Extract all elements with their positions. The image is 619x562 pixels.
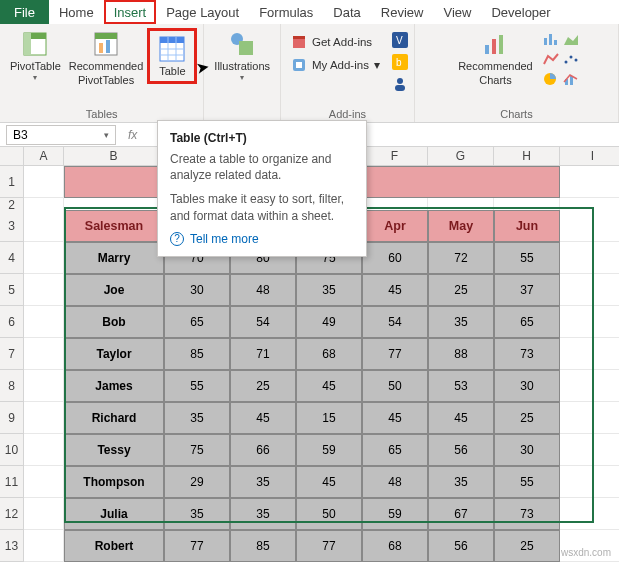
value-cell[interactable]: 85 bbox=[164, 338, 230, 370]
value-cell[interactable]: 35 bbox=[164, 498, 230, 530]
get-addins-button[interactable]: Get Add-ins bbox=[287, 32, 384, 52]
value-cell[interactable]: 25 bbox=[494, 530, 560, 562]
value-cell[interactable]: 59 bbox=[362, 498, 428, 530]
bar-chart-icon[interactable] bbox=[543, 32, 559, 49]
salesman-cell[interactable]: Marry bbox=[64, 242, 164, 274]
tell-me-more-link[interactable]: ? Tell me more bbox=[170, 232, 354, 246]
row-header[interactable]: 1 bbox=[0, 166, 24, 198]
line-chart-icon[interactable] bbox=[543, 52, 559, 69]
tab-view[interactable]: View bbox=[433, 0, 481, 24]
my-addins-button[interactable]: My Add-ins ▾ bbox=[287, 55, 384, 75]
value-cell[interactable]: 88 bbox=[428, 338, 494, 370]
row-header[interactable]: 12 bbox=[0, 498, 24, 530]
value-cell[interactable]: 68 bbox=[296, 338, 362, 370]
tab-formulas[interactable]: Formulas bbox=[249, 0, 323, 24]
illustrations-button[interactable]: Illustrations ▾ bbox=[210, 28, 274, 85]
value-cell[interactable]: 56 bbox=[428, 530, 494, 562]
value-cell[interactable]: 72 bbox=[428, 242, 494, 274]
value-cell[interactable]: 25 bbox=[494, 402, 560, 434]
row-header[interactable]: 3 bbox=[0, 210, 24, 242]
table-header-cell[interactable]: Jun bbox=[494, 210, 560, 242]
row-header[interactable]: 7 bbox=[0, 338, 24, 370]
value-cell[interactable]: 35 bbox=[230, 466, 296, 498]
tab-review[interactable]: Review bbox=[371, 0, 434, 24]
value-cell[interactable]: 54 bbox=[230, 306, 296, 338]
name-box[interactable]: B3 ▾ bbox=[6, 125, 116, 145]
value-cell[interactable]: 59 bbox=[296, 434, 362, 466]
empty-cell[interactable] bbox=[24, 274, 64, 306]
recommended-charts-button[interactable]: Recommended Charts bbox=[454, 28, 537, 88]
col-header[interactable]: B bbox=[64, 147, 164, 166]
value-cell[interactable]: 71 bbox=[230, 338, 296, 370]
empty-cell[interactable] bbox=[24, 498, 64, 530]
value-cell[interactable]: 35 bbox=[428, 466, 494, 498]
row-header[interactable]: 4 bbox=[0, 242, 24, 274]
table-header-cell[interactable]: Apr bbox=[362, 210, 428, 242]
value-cell[interactable]: 66 bbox=[230, 434, 296, 466]
bing-icon[interactable]: b bbox=[392, 54, 408, 73]
row-header[interactable]: 13 bbox=[0, 530, 24, 562]
value-cell[interactable]: 55 bbox=[494, 242, 560, 274]
value-cell[interactable]: 30 bbox=[164, 274, 230, 306]
people-icon[interactable] bbox=[392, 76, 408, 95]
empty-cell[interactable] bbox=[24, 210, 64, 242]
value-cell[interactable]: 65 bbox=[362, 434, 428, 466]
value-cell[interactable]: 68 bbox=[362, 530, 428, 562]
value-cell[interactable]: 55 bbox=[494, 466, 560, 498]
empty-cell[interactable] bbox=[24, 242, 64, 274]
value-cell[interactable]: 30 bbox=[494, 370, 560, 402]
salesman-cell[interactable]: Robert bbox=[64, 530, 164, 562]
select-all-triangle[interactable] bbox=[0, 147, 24, 166]
value-cell[interactable]: 65 bbox=[164, 306, 230, 338]
tab-developer[interactable]: Developer bbox=[481, 0, 560, 24]
tab-home[interactable]: Home bbox=[49, 0, 104, 24]
value-cell[interactable]: 45 bbox=[296, 370, 362, 402]
salesman-cell[interactable]: Julia bbox=[64, 498, 164, 530]
empty-cell[interactable] bbox=[560, 402, 619, 434]
value-cell[interactable]: 75 bbox=[164, 434, 230, 466]
value-cell[interactable]: 50 bbox=[296, 498, 362, 530]
value-cell[interactable]: 67 bbox=[428, 498, 494, 530]
fx-icon[interactable]: fx bbox=[122, 128, 143, 142]
col-header[interactable]: I bbox=[560, 147, 619, 166]
row-header[interactable]: 9 bbox=[0, 402, 24, 434]
pie-chart-icon[interactable] bbox=[543, 72, 559, 89]
value-cell[interactable]: 30 bbox=[494, 434, 560, 466]
value-cell[interactable]: 45 bbox=[230, 402, 296, 434]
value-cell[interactable]: 37 bbox=[494, 274, 560, 306]
value-cell[interactable]: 45 bbox=[296, 466, 362, 498]
salesman-cell[interactable]: Taylor bbox=[64, 338, 164, 370]
tab-data[interactable]: Data bbox=[323, 0, 370, 24]
value-cell[interactable]: 25 bbox=[428, 274, 494, 306]
col-header[interactable]: H bbox=[494, 147, 560, 166]
empty-cell[interactable] bbox=[560, 306, 619, 338]
value-cell[interactable]: 77 bbox=[296, 530, 362, 562]
value-cell[interactable]: 53 bbox=[428, 370, 494, 402]
value-cell[interactable]: 77 bbox=[164, 530, 230, 562]
empty-cell[interactable] bbox=[560, 166, 619, 198]
salesman-cell[interactable]: Tessy bbox=[64, 434, 164, 466]
value-cell[interactable]: 35 bbox=[230, 498, 296, 530]
value-cell[interactable]: 15 bbox=[296, 402, 362, 434]
value-cell[interactable]: 25 bbox=[230, 370, 296, 402]
row-header[interactable]: 8 bbox=[0, 370, 24, 402]
table-button[interactable]: Table bbox=[152, 33, 192, 79]
salesman-cell[interactable]: Richard bbox=[64, 402, 164, 434]
value-cell[interactable]: 45 bbox=[362, 274, 428, 306]
empty-cell[interactable] bbox=[560, 274, 619, 306]
empty-cell[interactable] bbox=[560, 210, 619, 242]
tab-page-layout[interactable]: Page Layout bbox=[156, 0, 249, 24]
tab-file[interactable]: File bbox=[0, 0, 49, 24]
empty-cell[interactable] bbox=[560, 338, 619, 370]
empty-cell[interactable] bbox=[24, 166, 64, 198]
combo-chart-icon[interactable] bbox=[563, 72, 579, 89]
empty-cell[interactable] bbox=[560, 466, 619, 498]
value-cell[interactable]: 35 bbox=[164, 402, 230, 434]
empty-cell[interactable] bbox=[560, 434, 619, 466]
row-header[interactable]: 10 bbox=[0, 434, 24, 466]
value-cell[interactable]: 48 bbox=[362, 466, 428, 498]
tab-insert[interactable]: Insert bbox=[104, 0, 157, 24]
value-cell[interactable]: 60 bbox=[362, 242, 428, 274]
value-cell[interactable]: 48 bbox=[230, 274, 296, 306]
value-cell[interactable]: 56 bbox=[428, 434, 494, 466]
